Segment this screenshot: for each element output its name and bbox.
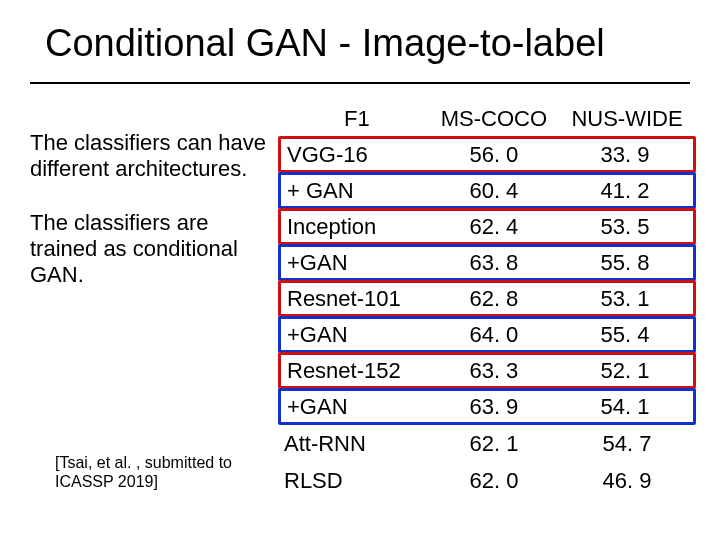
body-text-2: The classifiers are trained as condition…: [30, 210, 275, 288]
table-row: +GAN 63. 9 54. 1: [278, 388, 696, 425]
row-label: + GAN: [281, 178, 431, 204]
title-rule: [30, 82, 690, 84]
row-label: Att-RNN: [278, 431, 430, 457]
page-title: Conditional GAN - Image-to-label: [45, 22, 605, 65]
row-mscoco: 56. 0: [431, 142, 557, 168]
row-mscoco: 62. 0: [430, 468, 558, 494]
row-nuswide: 46. 9: [558, 468, 696, 494]
row-nuswide: 54. 1: [557, 394, 693, 420]
row-mscoco: 63. 9: [431, 394, 557, 420]
col-header-mscoco: MS-COCO: [430, 106, 558, 132]
table-row: +GAN 64. 0 55. 4: [278, 316, 696, 353]
row-label: +GAN: [281, 394, 431, 420]
row-mscoco: 63. 8: [431, 250, 557, 276]
table-header: F1 MS-COCO NUS-WIDE: [278, 100, 696, 137]
row-nuswide: 52. 1: [557, 358, 693, 384]
row-label: Resnet-152: [281, 358, 431, 384]
row-label: Inception: [281, 214, 431, 240]
row-nuswide: 41. 2: [557, 178, 693, 204]
results-table: F1 MS-COCO NUS-WIDE VGG-16 56. 0 33. 9 +…: [278, 100, 696, 499]
row-nuswide: 55. 8: [557, 250, 693, 276]
col-header-f1: F1: [278, 106, 430, 132]
col-header-nuswide: NUS-WIDE: [558, 106, 696, 132]
row-mscoco: 62. 4: [431, 214, 557, 240]
body-text-1: The classifiers can have different archi…: [30, 130, 275, 182]
row-label: RLSD: [278, 468, 430, 494]
table-row: RLSD 62. 0 46. 9: [278, 462, 696, 499]
row-nuswide: 53. 5: [557, 214, 693, 240]
table-row: Inception 62. 4 53. 5: [278, 208, 696, 245]
row-mscoco: 62. 1: [430, 431, 558, 457]
row-nuswide: 54. 7: [558, 431, 696, 457]
row-mscoco: 62. 8: [431, 286, 557, 312]
slide: Conditional GAN - Image-to-label The cla…: [0, 0, 720, 540]
table-row: + GAN 60. 4 41. 2: [278, 172, 696, 209]
citation: [Tsai, et al. , submitted to ICASSP 2019…: [55, 453, 255, 491]
table-row: Resnet-152 63. 3 52. 1: [278, 352, 696, 389]
table-row: +GAN 63. 8 55. 8: [278, 244, 696, 281]
row-label: VGG-16: [281, 142, 431, 168]
row-mscoco: 63. 3: [431, 358, 557, 384]
row-label: +GAN: [281, 250, 431, 276]
row-nuswide: 53. 1: [557, 286, 693, 312]
row-mscoco: 64. 0: [431, 322, 557, 348]
row-nuswide: 33. 9: [557, 142, 693, 168]
row-mscoco: 60. 4: [431, 178, 557, 204]
row-nuswide: 55. 4: [557, 322, 693, 348]
row-label: Resnet-101: [281, 286, 431, 312]
table-row: VGG-16 56. 0 33. 9: [278, 136, 696, 173]
table-row: Resnet-101 62. 8 53. 1: [278, 280, 696, 317]
table-row: Att-RNN 62. 1 54. 7: [278, 425, 696, 462]
row-label: +GAN: [281, 322, 431, 348]
